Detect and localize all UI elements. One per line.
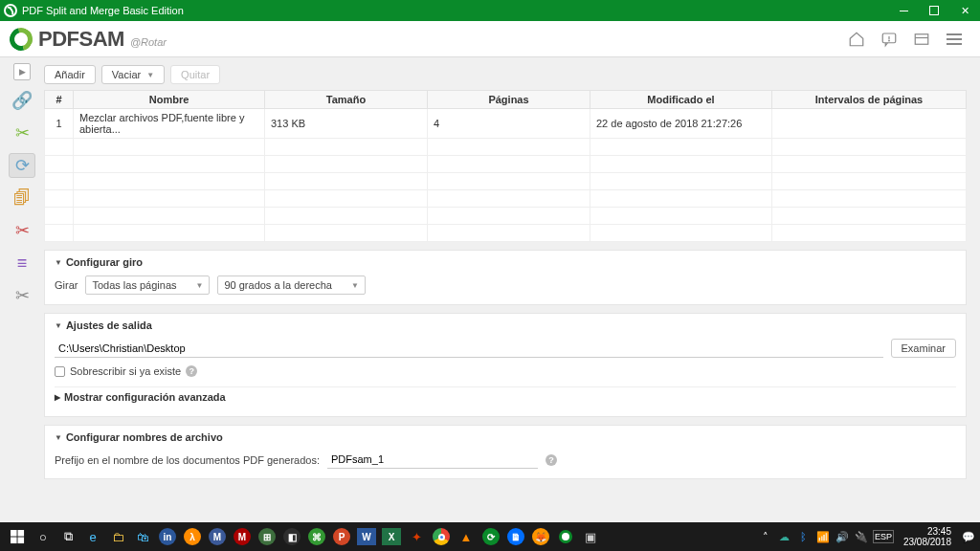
- taskbar-word[interactable]: W: [354, 524, 379, 549]
- split-size-icon: ✂: [15, 285, 30, 306]
- add-button[interactable]: Añadir: [44, 65, 96, 84]
- table-row[interactable]: 1 Mezclar archivos PDF,fuente libre y ab…: [45, 109, 967, 139]
- col-pages[interactable]: Páginas: [428, 91, 590, 109]
- taskbar-app[interactable]: 🗎: [503, 524, 528, 549]
- sidebar-alternate[interactable]: ≡: [9, 251, 35, 276]
- file-table: # Nombre Tamaño Páginas Modificado el In…: [44, 90, 967, 242]
- tray-wifi-icon[interactable]: 📶: [815, 531, 831, 543]
- cell-ranges: [772, 109, 967, 139]
- remove-button[interactable]: Quitar: [170, 65, 220, 84]
- start-button[interactable]: [4, 524, 31, 549]
- filename-header[interactable]: Configurar nombres de archivo: [55, 431, 956, 443]
- link-icon: 🔗: [11, 90, 33, 111]
- window-title: PDF Split and Merge Basic Edition: [22, 5, 888, 16]
- taskbar-app[interactable]: ✦: [404, 524, 429, 549]
- taskbar-app[interactable]: in: [155, 524, 180, 549]
- advanced-toggle[interactable]: Mostrar configuración avanzada: [55, 386, 956, 407]
- advanced-label: Mostrar configuración avanzada: [64, 391, 226, 403]
- windows-icon: [11, 530, 25, 544]
- overwrite-checkbox[interactable]: [55, 366, 65, 377]
- scissors-icon: ✂: [15, 122, 30, 143]
- rotate-section: Configurar giro Girar Todas las páginas▼…: [44, 250, 967, 305]
- tray-cloud-icon[interactable]: ☁: [777, 531, 792, 543]
- help-icon[interactable]: ?: [186, 365, 197, 377]
- svg-point-1: [889, 40, 890, 41]
- remove-button-label: Quitar: [181, 69, 210, 80]
- filename-section: Configurar nombres de archivo Prefijo en…: [44, 425, 967, 479]
- taskbar-app[interactable]: λ: [180, 524, 205, 549]
- filename-title: Configurar nombres de archivo: [66, 431, 223, 443]
- news-button[interactable]: [875, 25, 903, 54]
- taskbar-cortana[interactable]: ○: [31, 524, 56, 549]
- browse-label: Examinar: [902, 342, 946, 354]
- sidebar-expand-button[interactable]: ▶: [13, 63, 31, 80]
- taskbar-store[interactable]: 🛍: [130, 524, 155, 549]
- cell-modified: 22 de agosto de 2018 21:27:26: [590, 109, 772, 139]
- window-titlebar: PDF Split and Merge Basic Edition: [0, 0, 980, 21]
- chat-icon: [880, 31, 898, 48]
- tray-power-icon[interactable]: 🔌: [854, 531, 869, 543]
- add-button-label: Añadir: [55, 69, 85, 80]
- tray-bt-icon[interactable]: ᛒ: [796, 531, 812, 542]
- rotate-header[interactable]: Configurar giro: [55, 256, 956, 268]
- tray-lang[interactable]: ESP: [873, 530, 894, 543]
- output-path-field[interactable]: [55, 340, 883, 358]
- app-header: PDFSAM @Rotar: [0, 21, 980, 57]
- home-button[interactable]: [842, 25, 871, 54]
- sidebar-split[interactable]: ✂: [9, 121, 35, 145]
- window-close-button[interactable]: [949, 0, 980, 21]
- hamburger-icon: [947, 33, 962, 45]
- home-icon: [848, 31, 865, 48]
- col-idx[interactable]: #: [45, 91, 74, 109]
- menu-button[interactable]: [940, 25, 969, 54]
- app-name-sam: SAM: [79, 27, 124, 52]
- window-maximize-button[interactable]: [919, 0, 949, 21]
- clear-button[interactable]: Vaciar▼: [101, 65, 165, 84]
- taskbar-app[interactable]: ⌘: [304, 524, 329, 549]
- rotate-icon: ⟳: [15, 155, 30, 176]
- taskbar-app[interactable]: ⊞: [255, 524, 279, 549]
- log-button[interactable]: [907, 25, 936, 54]
- taskbar-app[interactable]: M: [205, 524, 230, 549]
- output-header[interactable]: Ajustes de salida: [55, 320, 956, 331]
- col-name[interactable]: Nombre: [74, 91, 265, 109]
- tray-clock[interactable]: 23:45 23/08/2018: [903, 526, 951, 547]
- browse-button[interactable]: Examinar: [891, 339, 956, 358]
- taskbar-taskview[interactable]: ⧉: [56, 524, 80, 549]
- taskbar-excel[interactable]: X: [379, 524, 404, 549]
- col-ranges[interactable]: Intervalos de páginas: [772, 91, 967, 109]
- tray-volume-icon[interactable]: 🔊: [835, 531, 850, 543]
- taskbar-app[interactable]: ◧: [279, 524, 304, 549]
- rotate-angle-value: 90 grados a la derecha: [224, 279, 332, 291]
- sidebar-split-bookmarks[interactable]: ✂: [9, 218, 35, 243]
- taskbar-app[interactable]: P: [329, 524, 354, 549]
- help-icon[interactable]: ?: [546, 454, 557, 466]
- taskbar-terminal[interactable]: ▣: [578, 524, 603, 549]
- sidebar-extract[interactable]: 🗐: [9, 186, 35, 210]
- clear-button-label: Vaciar: [112, 69, 141, 80]
- window-minimize-button[interactable]: [888, 0, 919, 21]
- rotate-angle-select[interactable]: 90 grados a la derecha▼: [217, 276, 365, 295]
- col-modified[interactable]: Modificado el: [590, 91, 772, 109]
- taskbar-edge[interactable]: e: [80, 524, 105, 549]
- taskbar-explorer[interactable]: 🗀: [105, 524, 130, 549]
- taskbar-chrome[interactable]: [429, 524, 454, 549]
- rotate-scope-select[interactable]: Todas las páginas▼: [85, 276, 210, 295]
- col-size[interactable]: Tamaño: [265, 91, 428, 109]
- tray-up-icon[interactable]: ˄: [758, 531, 773, 543]
- sidebar: ▶ 🔗 ✂ ⟳ 🗐 ✂ ≡ ✂: [0, 57, 44, 522]
- taskbar-pdfsam[interactable]: [553, 524, 578, 549]
- prefix-field[interactable]: [327, 451, 538, 469]
- windows-taskbar: ○ ⧉ e 🗀 🛍 in λ M M ⊞ ◧ ⌘ P W X ✦ ▲ ⟳ 🗎 🦊…: [0, 522, 980, 551]
- taskbar-firefox[interactable]: 🦊: [528, 524, 553, 549]
- rotate-scope-value: Todas las páginas: [92, 279, 176, 291]
- taskbar-app[interactable]: M: [230, 524, 255, 549]
- sidebar-merge[interactable]: 🔗: [9, 88, 35, 113]
- caret-down-icon: ▼: [196, 281, 204, 290]
- sidebar-rotate[interactable]: ⟳: [9, 153, 35, 178]
- caret-down-icon: ▼: [351, 281, 359, 290]
- sidebar-split-size[interactable]: ✂: [9, 283, 35, 308]
- taskbar-vlc[interactable]: ▲: [454, 524, 479, 549]
- tray-notifications[interactable]: 💬: [961, 531, 976, 543]
- taskbar-app[interactable]: ⟳: [479, 524, 503, 549]
